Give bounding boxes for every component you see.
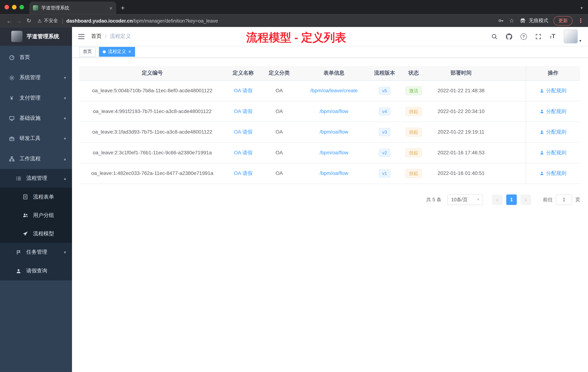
key-icon[interactable] [498,18,504,24]
sidebar-item-system[interactable]: 系统管理 ▾ [0,67,72,88]
sidebar-item-task-management[interactable]: 任务管理 ▾ [0,243,72,262]
sidebar-item-process-form[interactable]: 流程表单 [0,188,72,206]
definition-name-link[interactable]: OA 请假 [234,129,252,134]
definition-name-link[interactable]: OA 请假 [234,108,252,114]
window-controls [0,0,29,14]
form-link[interactable]: /bpm/oa/flow [320,109,348,114]
sidebar-item-leave-query[interactable]: 请假查询 [0,262,72,280]
font-size-icon[interactable]: тT [550,33,555,40]
page-size-select[interactable]: 10条/页 ▾ [447,194,483,205]
breadcrumb-separator: / [105,33,106,40]
definition-name-link[interactable]: OA 请假 [234,150,252,155]
forward-button[interactable]: → [14,17,24,24]
browser-menu-icon[interactable]: ⋮ [578,17,583,24]
zoom-window-button[interactable] [20,5,24,10]
assign-rule-link[interactable]: 分配规则 [540,149,566,156]
app-window: 芋道管理系统 首页 系统管理 ▾ ¥ 支付管理 ▾ [0,27,588,372]
sidebar-item-workflow[interactable]: 工作流程 ▴ [0,149,72,169]
breadcrumb-home[interactable]: 首页 [91,33,102,40]
reload-button[interactable]: ↻ [24,17,34,24]
sidebar-toggle-icon[interactable] [78,34,85,39]
definition-name-link[interactable]: OA 请假 [234,170,252,176]
current-page-button[interactable]: 1 [506,194,517,205]
list-icon [15,175,22,181]
status-badge: 挂起 [405,107,422,116]
version-badge: v3 [379,128,390,136]
user-avatar-wrap[interactable]: ▾ [564,29,581,44]
browser-tab[interactable]: 芋道管理系统 × [29,1,116,14]
help-icon[interactable]: ? [520,33,527,40]
assign-rule-link[interactable]: 分配规则 [540,87,566,94]
goto-page-input[interactable] [556,194,572,205]
sidebar-item-label: 基础设施 [20,115,41,121]
tag-process-definition[interactable]: 流程定义 × [99,47,135,57]
sidebar-item-home[interactable]: 首页 [0,47,72,67]
back-button[interactable]: ← [5,17,14,24]
tag-close-icon[interactable]: × [128,49,131,54]
definition-category: OA [261,101,297,121]
yen-icon: ¥ [8,95,15,101]
version-badge: v5 [379,87,390,95]
table-header-row: 定义编号 定义名称 定义分类 表单信息 流程版本 状态 部署时间 操作 [79,66,580,80]
form-link[interactable]: /bpm/oa/flow [320,150,348,155]
monitor-icon [8,115,15,121]
main-area: 首页 / 流程定义 ? тT ▾ 首页 [72,27,588,372]
sidebar-item-payment[interactable]: ¥ 支付管理 ▾ [0,88,72,108]
tab-close-icon[interactable]: × [109,5,113,11]
row-spacer [494,101,526,121]
definitions-table: 定义编号 定义名称 定义分类 表单信息 流程版本 状态 部署时间 操作 [79,66,580,184]
status-badge: 挂起 [405,127,422,136]
column-definition-id: 定义编号 [79,66,225,80]
row-spacer [494,163,526,184]
new-tab-button[interactable]: + [121,5,125,11]
sidebar-item-user-group[interactable]: 用户分组 [0,206,72,224]
sidebar: 芋道管理系统 首页 系统管理 ▾ ¥ 支付管理 ▾ [0,27,72,372]
caret-down-icon: ▾ [579,39,581,44]
next-page-button[interactable]: › [521,194,531,205]
bookmark-star-icon[interactable]: ☆ [509,17,514,24]
sidebar-item-label: 流程管理 [26,175,47,182]
definition-name-link[interactable]: OA 请假 [234,88,252,93]
sidebar-logo[interactable]: 芋道管理系统 [0,27,72,46]
sidebar-item-process-model[interactable]: 流程模型 [0,224,72,243]
github-icon[interactable] [506,33,512,40]
form-link[interactable]: /bpm/oa/flow [320,129,348,135]
navbar-actions: ? тT ▾ [491,29,581,44]
definition-category: OA [261,142,297,163]
form-link[interactable]: /bpm/oa/leave/create [310,88,358,94]
version-badge: v4 [379,107,390,115]
sidebar-item-devtools[interactable]: 研发工具 ▾ [0,128,72,149]
prev-page-button[interactable]: ‹ [492,194,503,205]
close-window-button[interactable] [5,5,9,10]
site-security-chip[interactable]: ⚠ 不安全 [37,17,58,24]
url-field[interactable]: dashboard.yudao.iocoder.cn/bpm/manager/d… [66,18,218,23]
avatar[interactable] [564,29,578,44]
status-badge: 挂起 [405,169,422,178]
table-row: oa_leave:5:004b710b-7b8a-11ec-8ef0-acde4… [79,80,580,101]
sidebar-item-label: 工作流程 [20,155,41,162]
minimize-window-button[interactable] [12,5,17,10]
sidebar-item-label: 流程表单 [33,194,54,200]
sidebar-item-infrastructure[interactable]: 基础设施 ▾ [0,108,72,128]
assign-rule-link[interactable]: 分配规则 [540,108,566,115]
table-row: oa_leave:3:1fad3d93-7b75-11ec-a3c8-acde4… [79,121,580,142]
column-definition-name: 定义名称 [225,66,261,80]
fullscreen-icon[interactable] [535,33,541,40]
sidebar-item-label: 请假查询 [26,268,47,274]
column-spacer [494,66,526,80]
deploy-time: 2022-01-22 20:34:10 [429,101,494,121]
assign-rule-link[interactable]: 分配规则 [540,170,566,176]
flag-icon [15,250,22,255]
form-link[interactable]: /bpm/oa/flow [320,170,348,176]
toolbox-icon [8,136,15,142]
user-icon [540,109,544,114]
search-icon[interactable] [491,33,497,40]
browser-update-button[interactable]: 更新 [554,16,573,25]
tab-search-icon[interactable]: ▾ [580,5,583,11]
chevron-down-icon: ▾ [64,75,66,80]
assign-rule-link[interactable]: 分配规则 [540,129,566,135]
tag-home[interactable]: 首页 [79,47,96,57]
sidebar-item-process-management[interactable]: 流程管理 ▴ [0,169,72,188]
breadcrumb-current: 流程定义 [110,33,131,40]
sidebar-item-label: 首页 [20,54,30,61]
